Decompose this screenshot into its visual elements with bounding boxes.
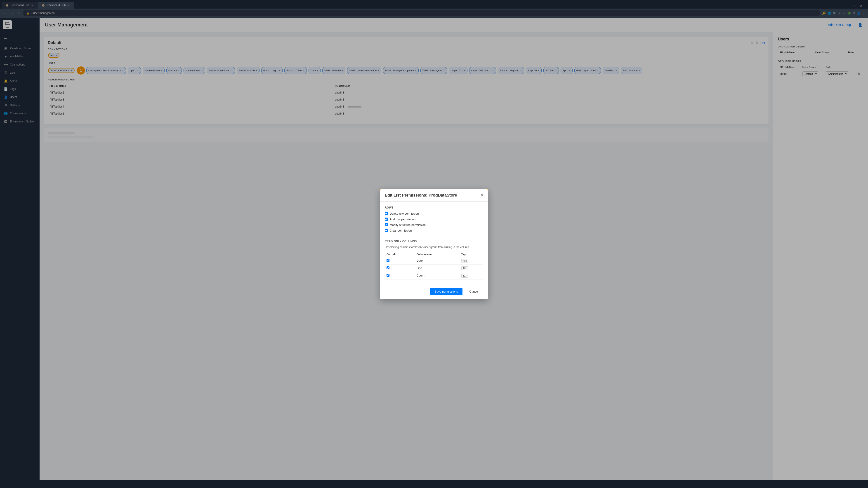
modify-structure-checkbox[interactable] bbox=[385, 223, 388, 226]
date-type-cell: Abc bbox=[460, 257, 483, 264]
checkbox-clear-permission: Clear permission bbox=[385, 229, 483, 232]
dialog-close-button[interactable]: × bbox=[481, 193, 483, 198]
add-row-label: Add row permission bbox=[390, 218, 415, 221]
dialog-body: ROWS Delete row permission Add row permi… bbox=[380, 201, 488, 284]
date-can-edit-checkbox[interactable] bbox=[386, 259, 390, 262]
delete-row-label: Delete row permission bbox=[390, 212, 419, 215]
save-permissions-button[interactable]: Save permissions bbox=[430, 288, 463, 295]
checkbox-delete-row: Delete row permission bbox=[385, 212, 483, 215]
line-name-cell: Line bbox=[415, 264, 460, 272]
rows-section-title: ROWS bbox=[385, 206, 483, 209]
delete-row-checkbox[interactable] bbox=[385, 212, 388, 215]
add-row-checkbox[interactable] bbox=[385, 218, 388, 221]
cancel-button[interactable]: Cancel bbox=[465, 288, 483, 295]
count-can-edit-cell bbox=[385, 272, 415, 279]
clear-permission-checkbox[interactable] bbox=[385, 229, 388, 232]
dialog-footer: Save permissions Cancel bbox=[380, 284, 488, 299]
modify-structure-label: Modify structure permission bbox=[390, 223, 426, 227]
edit-permissions-dialog: Edit List Permissions: ProdDataStore × R… bbox=[380, 189, 488, 299]
modal-overlay: Edit List Permissions: ProdDataStore × R… bbox=[0, 0, 868, 480]
clear-permission-label: Clear permission bbox=[390, 229, 412, 232]
date-can-edit-cell bbox=[385, 257, 415, 264]
read-only-description: Deselecting columns forbids this user gr… bbox=[385, 246, 483, 249]
checkbox-modify-structure: Modify structure permission bbox=[385, 223, 483, 227]
count-type-badge: 123 bbox=[461, 274, 468, 278]
line-type-badge: Abc bbox=[461, 266, 468, 270]
read-only-section-title: READ ONLY COLUMNS bbox=[385, 240, 483, 243]
columns-table: Can edit Column name Type Date Abc bbox=[385, 252, 483, 280]
checkbox-add-row: Add row permission bbox=[385, 218, 483, 221]
date-name-cell: Date bbox=[415, 257, 460, 264]
type-col-header: Type bbox=[460, 252, 483, 257]
date-type-badge: Abc bbox=[461, 259, 468, 263]
count-can-edit-checkbox[interactable] bbox=[386, 274, 390, 277]
dialog-title: Edit List Permissions: ProdDataStore bbox=[385, 193, 457, 198]
count-name-cell: Count bbox=[415, 272, 460, 279]
column-row-date: Date Abc bbox=[385, 257, 483, 264]
can-edit-col-header: Can edit bbox=[385, 252, 415, 257]
dialog-header: Edit List Permissions: ProdDataStore × bbox=[380, 189, 488, 201]
line-can-edit-checkbox[interactable] bbox=[386, 266, 390, 269]
column-name-col-header: Column name bbox=[415, 252, 460, 257]
line-type-cell: Abc bbox=[460, 264, 483, 272]
section-divider bbox=[385, 236, 483, 236]
column-row-line: Line Abc bbox=[385, 264, 483, 272]
line-can-edit-cell bbox=[385, 264, 415, 272]
count-type-cell: 123 bbox=[460, 272, 483, 279]
column-row-count: Count 123 bbox=[385, 272, 483, 279]
